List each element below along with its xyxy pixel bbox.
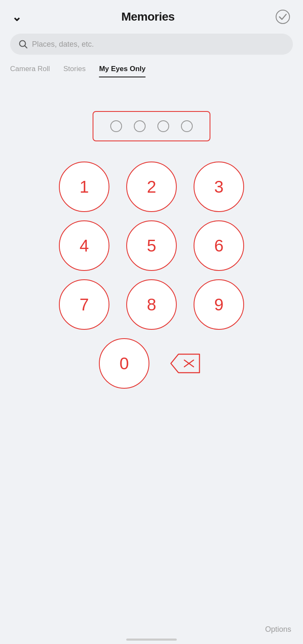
svg-point-0 (276, 10, 290, 24)
key-4[interactable]: 4 (59, 220, 109, 271)
svg-line-2 (25, 46, 27, 48)
options-button[interactable]: Options (265, 625, 291, 633)
keypad-row-3: 7 8 9 (59, 279, 244, 330)
key-8[interactable]: 8 (126, 279, 177, 330)
home-indicator (126, 639, 177, 641)
select-button[interactable] (274, 8, 291, 25)
tab-camera-roll[interactable]: Camera Roll (10, 61, 56, 77)
pin-dot-1 (110, 120, 122, 132)
keypad-row-2: 4 5 6 (59, 220, 244, 271)
back-chevron-icon[interactable]: ⌄ (12, 10, 21, 24)
tab-my-eyes-only[interactable]: My Eyes Only (92, 61, 152, 77)
keypad-row-4: 0 (99, 338, 204, 389)
keypad: 1 2 3 4 5 6 7 8 9 0 (10, 162, 293, 389)
search-bar[interactable]: Places, dates, etc. (10, 34, 293, 55)
tabs-container: Camera Roll Stories My Eyes Only (0, 55, 303, 77)
options-row: Options (265, 625, 291, 634)
checkmark-icon (275, 9, 290, 24)
pin-dot-2 (134, 120, 146, 132)
key-3[interactable]: 3 (194, 162, 244, 212)
delete-icon (169, 352, 201, 374)
key-2[interactable]: 2 (126, 162, 177, 212)
pin-dot-4 (181, 120, 193, 132)
key-0[interactable]: 0 (99, 338, 149, 389)
key-6[interactable]: 6 (194, 220, 244, 271)
key-7[interactable]: 7 (59, 279, 109, 330)
delete-button[interactable] (166, 349, 204, 378)
key-9[interactable]: 9 (194, 279, 244, 330)
pin-input-display (93, 111, 210, 141)
tab-stories[interactable]: Stories (56, 61, 92, 77)
page-title: Memories (121, 10, 175, 24)
search-container: Places, dates, etc. (0, 30, 303, 55)
pin-dot-3 (157, 120, 169, 132)
search-placeholder-text: Places, dates, etc. (32, 40, 94, 49)
header: ⌄ Memories (0, 0, 303, 30)
search-icon (19, 40, 28, 49)
pin-section: 1 2 3 4 5 6 7 8 9 0 (0, 111, 303, 389)
key-1[interactable]: 1 (59, 162, 109, 212)
key-5[interactable]: 5 (126, 220, 177, 271)
keypad-row-1: 1 2 3 (59, 162, 244, 212)
